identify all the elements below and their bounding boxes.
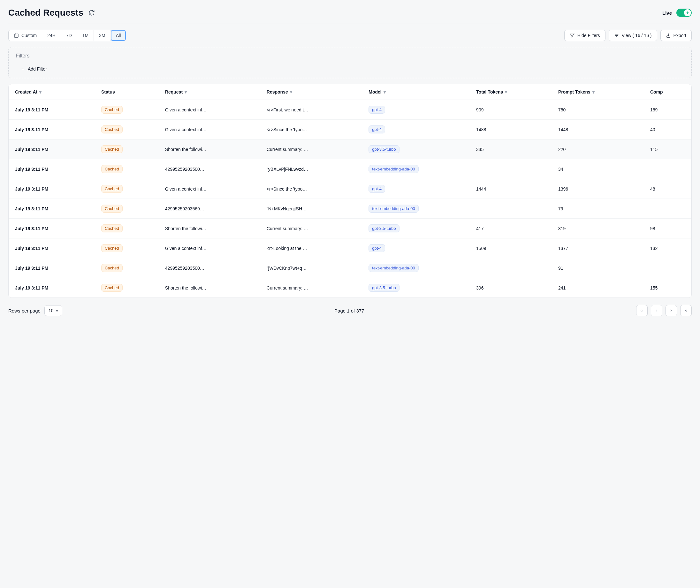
cell-response: Current summary: … (260, 278, 362, 298)
time-range-custom[interactable]: Custom (9, 30, 42, 41)
cell-response: Current summary: … (260, 139, 362, 159)
cell-completion-tokens: 115 (644, 139, 691, 159)
cell-created-at: July 19 3:11 PM (9, 120, 95, 139)
hide-filters-label: Hide Filters (577, 33, 600, 38)
cell-status: Cached (95, 159, 159, 179)
cell-created-at: July 19 3:11 PM (9, 199, 95, 219)
table-footer: Rows per page 10 ▾ Page 1 of 377 (8, 298, 692, 318)
col-request[interactable]: Request▾ (159, 84, 260, 100)
cell-prompt-tokens: 1396 (552, 179, 644, 199)
cell-completion-tokens: 132 (644, 238, 691, 258)
cell-response: Current summary: … (260, 219, 362, 238)
cell-response: <r>Looking at the … (260, 238, 362, 258)
model-badge: text-embedding-ada-00 (369, 205, 418, 213)
requests-table: Created At▾ Status Request▾ Response▾ Mo… (8, 84, 692, 298)
cell-total-tokens (470, 199, 552, 219)
svg-rect-0 (14, 34, 18, 37)
view-columns-button[interactable]: View ( 16 / 16 ) (609, 30, 657, 41)
cell-completion-tokens (644, 258, 691, 278)
status-badge: Cached (101, 284, 123, 292)
time-range-1m[interactable]: 1M (77, 30, 94, 41)
table-row[interactable]: July 19 3:11 PMCachedGiven a context inf… (9, 238, 691, 258)
add-filter-button[interactable]: Add Filter (16, 66, 47, 72)
cell-response: "jV/DvCKnp7wt+q… (260, 258, 362, 278)
table-row[interactable]: July 19 3:11 PMCached42995259203500…"yBX… (9, 159, 691, 179)
cell-model: gpt-4 (362, 238, 470, 258)
cell-completion-tokens: 48 (644, 179, 691, 199)
cell-total-tokens: 1488 (470, 120, 552, 139)
cell-created-at: July 19 3:11 PM (9, 139, 95, 159)
time-range-7d[interactable]: 7D (61, 30, 77, 41)
cell-completion-tokens (644, 159, 691, 179)
chevron-down-icon: ▾ (39, 89, 41, 94)
col-completion-tokens[interactable]: Comp (644, 84, 691, 100)
col-created-at[interactable]: Created At▾ (9, 84, 95, 100)
col-model[interactable]: Model▾ (362, 84, 470, 100)
chevron-down-icon: ▾ (290, 89, 292, 94)
model-badge: gpt-4 (369, 125, 385, 133)
cell-response: <r>Since the 'typo… (260, 179, 362, 199)
pager-last[interactable] (680, 305, 692, 316)
refresh-icon[interactable] (88, 10, 95, 16)
hide-filters-button[interactable]: Hide Filters (564, 30, 606, 41)
model-badge: gpt-3.5-turbo (369, 224, 399, 232)
pager-first[interactable] (636, 305, 648, 316)
col-prompt-tokens[interactable]: Prompt Tokens▾ (552, 84, 644, 100)
cell-request: 42995259203500… (159, 159, 260, 179)
cell-created-at: July 19 3:11 PM (9, 238, 95, 258)
cell-total-tokens: 396 (470, 278, 552, 298)
cell-status: Cached (95, 238, 159, 258)
chevron-down-icon: ▾ (56, 308, 58, 313)
table-row[interactable]: July 19 3:11 PMCachedShorten the followi… (9, 139, 691, 159)
cell-model: text-embedding-ada-00 (362, 199, 470, 219)
cell-request: Given a context inf… (159, 238, 260, 258)
table-row[interactable]: July 19 3:11 PMCachedGiven a context inf… (9, 120, 691, 139)
status-badge: Cached (101, 185, 123, 193)
time-range-group: Custom 24H 7D 1M 3M All (8, 30, 126, 41)
cell-model: gpt-4 (362, 120, 470, 139)
table-row[interactable]: July 19 3:11 PMCachedShorten the followi… (9, 219, 691, 238)
cell-created-at: July 19 3:11 PM (9, 100, 95, 120)
cell-created-at: July 19 3:11 PM (9, 179, 95, 199)
table-row[interactable]: July 19 3:11 PMCached42995259203569…"N+M… (9, 199, 691, 219)
col-total-tokens[interactable]: Total Tokens▾ (470, 84, 552, 100)
cell-prompt-tokens: 79 (552, 199, 644, 219)
table-row[interactable]: July 19 3:11 PMCachedShorten the followi… (9, 278, 691, 298)
cell-prompt-tokens: 1377 (552, 238, 644, 258)
cell-response: <r>Since the 'typo… (260, 120, 362, 139)
rows-per-page-select[interactable]: 10 ▾ (44, 305, 63, 316)
time-range-custom-label: Custom (21, 33, 37, 38)
cell-created-at: July 19 3:11 PM (9, 258, 95, 278)
live-label: Live (662, 10, 672, 16)
cell-created-at: July 19 3:11 PM (9, 278, 95, 298)
cell-model: gpt-4 (362, 100, 470, 120)
time-range-all[interactable]: All (111, 30, 126, 41)
model-badge: text-embedding-ada-00 (369, 165, 418, 173)
cell-status: Cached (95, 100, 159, 120)
cell-completion-tokens: 159 (644, 100, 691, 120)
cell-response: "N+MKvNqeqjtSH… (260, 199, 362, 219)
cell-response: <r>First, we need t… (260, 100, 362, 120)
table-row[interactable]: July 19 3:11 PMCached42995259203500…"jV/… (9, 258, 691, 278)
cell-prompt-tokens: 220 (552, 139, 644, 159)
table-row[interactable]: July 19 3:11 PMCachedGiven a context inf… (9, 100, 691, 120)
col-response[interactable]: Response▾ (260, 84, 362, 100)
live-toggle[interactable] (676, 9, 692, 17)
time-range-24h[interactable]: 24H (42, 30, 61, 41)
chevron-down-icon: ▾ (505, 89, 507, 94)
time-range-3m[interactable]: 3M (94, 30, 110, 41)
cell-completion-tokens: 40 (644, 120, 691, 139)
col-status[interactable]: Status (95, 84, 159, 100)
chevron-down-icon: ▾ (384, 89, 386, 94)
filters-title: Filters (16, 53, 684, 59)
pager-prev[interactable] (651, 305, 662, 316)
pager-next[interactable] (666, 305, 677, 316)
cell-status: Cached (95, 120, 159, 139)
cell-total-tokens: 335 (470, 139, 552, 159)
table-row[interactable]: July 19 3:11 PMCachedGiven a context inf… (9, 179, 691, 199)
rows-per-page-label: Rows per page (8, 308, 41, 313)
model-badge: gpt-4 (369, 185, 385, 193)
export-button[interactable]: Export (660, 30, 692, 41)
view-columns-label: View ( 16 / 16 ) (622, 33, 652, 38)
cell-total-tokens: 417 (470, 219, 552, 238)
